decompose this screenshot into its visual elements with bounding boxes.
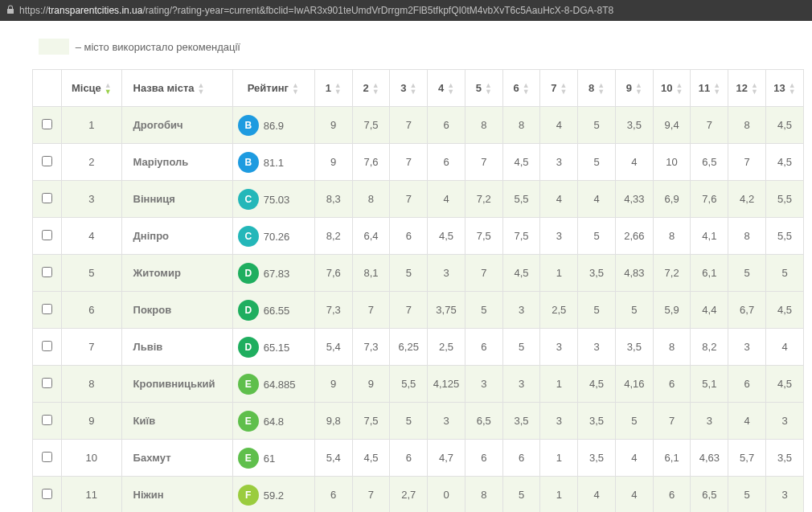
cell-metric-6: 3,5 [502, 403, 540, 440]
row-checkbox[interactable] [42, 378, 52, 388]
col-12[interactable]: 12▲▼ [728, 70, 766, 107]
rating-value: 81.1 [264, 156, 284, 168]
cell-metric-3: 2,7 [390, 477, 428, 513]
cell-city-name[interactable]: Львів [121, 329, 232, 366]
row-checkbox[interactable] [42, 489, 52, 499]
row-checkbox[interactable] [42, 193, 52, 203]
cell-city-name[interactable]: Ніжин [121, 477, 232, 513]
cell-metric-1: 7,3 [314, 292, 352, 329]
cell-metric-8: 3 [578, 329, 616, 366]
cell-rating: D66.55 [232, 292, 314, 329]
table-row: 3ВінницяC75.038,38747,25,5444,336,97,64,… [33, 181, 804, 218]
cell-metric-12: 8 [728, 107, 766, 144]
cell-metric-11: 7,6 [691, 181, 728, 218]
cell-metric-10: 5,9 [653, 292, 691, 329]
url-prefix: https:// [19, 5, 48, 16]
cell-metric-3: 7 [390, 181, 428, 218]
cell-metric-6: 4,5 [502, 144, 540, 181]
cell-city-name[interactable]: Кропивницький [121, 366, 232, 403]
col-rating-label: Рейтинг [248, 82, 289, 94]
cell-metric-10: 6 [653, 366, 691, 403]
col-place[interactable]: Місце▲▼ [62, 70, 121, 107]
col-place-label: Місце [72, 82, 101, 94]
cell-city-name[interactable]: Покров [121, 292, 232, 329]
rating-value: 65.15 [264, 341, 290, 353]
cell-place: 11 [62, 477, 121, 513]
cell-metric-7: 2,5 [540, 292, 578, 329]
cell-metric-3: 7 [390, 292, 428, 329]
cell-metric-10: 6,1 [653, 440, 691, 477]
sort-icon: ▲▼ [334, 82, 342, 95]
cell-metric-9: 4,16 [615, 366, 653, 403]
cell-metric-1: 7,6 [314, 255, 352, 292]
cell-metric-13: 4,5 [766, 107, 804, 144]
cell-rating: E64.8 [232, 403, 314, 440]
cell-city-name[interactable]: Київ [121, 403, 232, 440]
cell-rating: C75.03 [232, 181, 314, 218]
cell-rating: D65.15 [232, 329, 314, 366]
cell-metric-11: 6,5 [691, 477, 728, 513]
cell-metric-11: 3 [691, 403, 728, 440]
col-13[interactable]: 13▲▼ [766, 70, 804, 107]
cell-rating: C70.26 [232, 218, 314, 255]
row-checkbox[interactable] [42, 267, 52, 277]
row-checkbox[interactable] [42, 230, 52, 240]
cell-city-name[interactable]: Вінниця [121, 181, 232, 218]
table-row: 5ЖитомирD67.837,68,15374,513,54,837,26,1… [33, 255, 804, 292]
cell-city-name[interactable]: Дніпро [121, 218, 232, 255]
row-checkbox[interactable] [42, 156, 52, 166]
col-1[interactable]: 1▲▼ [314, 70, 352, 107]
cell-place: 6 [62, 292, 121, 329]
sort-icon: ▲▼ [105, 82, 112, 95]
col-2[interactable]: 2▲▼ [352, 70, 390, 107]
row-checkbox[interactable] [42, 119, 52, 129]
cell-metric-8: 5 [578, 292, 616, 329]
row-checkbox[interactable] [42, 415, 52, 425]
cell-metric-9: 4,33 [615, 181, 653, 218]
ratings-table: Місце▲▼ Назва міста▲▼ Рейтинг▲▼ 1▲▼ 2▲▼ … [32, 69, 804, 512]
sort-icon: ▲▼ [675, 82, 683, 95]
cell-rating: B86.9 [232, 107, 314, 144]
row-checkbox-cell [33, 477, 62, 513]
col-9[interactable]: 9▲▼ [615, 70, 653, 107]
sort-icon: ▲▼ [713, 82, 720, 95]
cell-city-name[interactable]: Бахмут [121, 440, 232, 477]
cell-metric-12: 4,2 [728, 181, 766, 218]
cell-metric-8: 5 [578, 107, 616, 144]
col-7[interactable]: 7▲▼ [540, 70, 578, 107]
cell-metric-6: 5 [502, 477, 540, 513]
cell-place: 5 [62, 255, 121, 292]
cell-metric-13: 3 [766, 403, 804, 440]
cell-metric-5: 7,5 [465, 218, 502, 255]
col-name[interactable]: Назва міста▲▼ [121, 70, 232, 107]
col-6[interactable]: 6▲▼ [502, 70, 540, 107]
cell-city-name[interactable]: Дрогобич [121, 107, 232, 144]
sort-icon: ▲▼ [485, 82, 492, 95]
browser-url-bar[interactable]: https://transparentcities.in.ua/rating/?… [0, 0, 812, 21]
col-4[interactable]: 4▲▼ [428, 70, 465, 107]
cell-city-name[interactable]: Маріуполь [121, 144, 232, 181]
rating-value: 64.885 [264, 378, 296, 390]
cell-metric-12: 5,7 [728, 440, 766, 477]
grade-badge: B [238, 115, 259, 136]
row-checkbox[interactable] [42, 341, 52, 351]
cell-metric-9: 3,5 [615, 107, 653, 144]
row-checkbox[interactable] [42, 304, 52, 314]
cell-place: 4 [62, 218, 121, 255]
cell-metric-7: 3 [540, 403, 578, 440]
grade-badge: E [238, 374, 259, 395]
col-rating[interactable]: Рейтинг▲▼ [232, 70, 314, 107]
row-checkbox-cell [33, 440, 62, 477]
col-8[interactable]: 8▲▼ [578, 70, 616, 107]
row-checkbox[interactable] [42, 452, 52, 462]
cell-metric-10: 7,2 [653, 255, 691, 292]
col-11[interactable]: 11▲▼ [691, 70, 728, 107]
cell-place: 8 [62, 366, 121, 403]
grade-badge: E [238, 411, 259, 432]
col-3[interactable]: 3▲▼ [390, 70, 428, 107]
col-10[interactable]: 10▲▼ [653, 70, 691, 107]
col-5[interactable]: 5▲▼ [465, 70, 502, 107]
cell-metric-12: 8 [728, 218, 766, 255]
cell-metric-9: 5 [615, 292, 653, 329]
cell-city-name[interactable]: Житомир [121, 255, 232, 292]
